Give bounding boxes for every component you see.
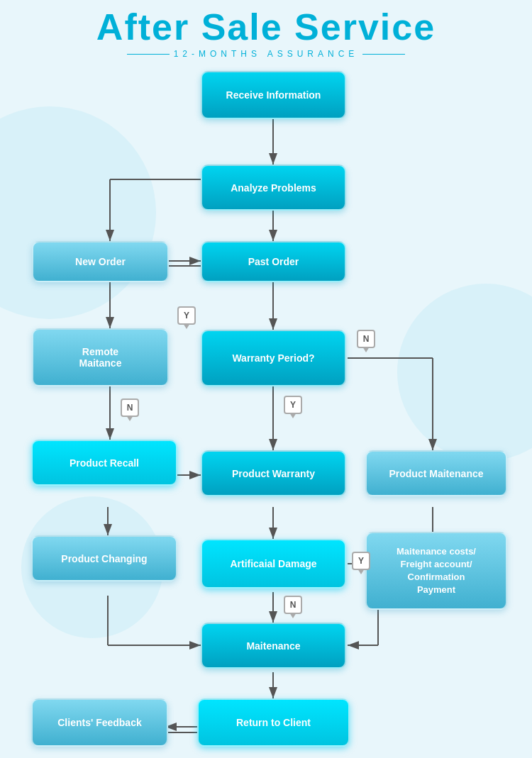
page-title: After Sale Service (0, 7, 532, 48)
clients-feedback-box: Clients' Feedback (31, 698, 168, 747)
remote-maintenance-box: Remote Maitance (32, 328, 169, 386)
n-label-warranty-right: N (357, 330, 375, 348)
y-label-warranty-product: Y (284, 396, 302, 414)
n-label-remote-recall: N (121, 398, 139, 417)
y-label-damage-costs: Y (352, 552, 370, 570)
n-label-damage-maint: N (284, 596, 302, 614)
past-order-box: Past Order (201, 241, 346, 282)
return-to-client-box: Return to Client (197, 698, 350, 747)
analyze-problems-box: Analyze Problems (201, 165, 346, 211)
title-section: After Sale Service 12-MONTHS ASSURANCE (0, 0, 532, 62)
maintenance-box: Maitenance (201, 623, 346, 669)
product-warranty-box: Product Warranty (201, 450, 346, 496)
subtitle: 12-MONTHS ASSURANCE (0, 49, 532, 59)
product-maintenance-box: Product Maitenance (365, 450, 507, 496)
flowchart-container: After Sale Service 12-MONTHS ASSURANCE (0, 0, 532, 758)
maintenance-costs-box: Maitenance costs/ Freight account/ Confi… (365, 532, 507, 610)
product-changing-box: Product Changing (31, 535, 177, 581)
new-order-box: New Order (32, 241, 169, 282)
product-recall-box: Product Recall (31, 440, 177, 486)
artificial-damage-box: Artificaial Damage (201, 539, 346, 589)
y-label-past-warranty: Y (177, 306, 196, 325)
warranty-period-box: Warranty Period? (201, 330, 346, 386)
receive-information-box: Receive Information (201, 71, 346, 119)
